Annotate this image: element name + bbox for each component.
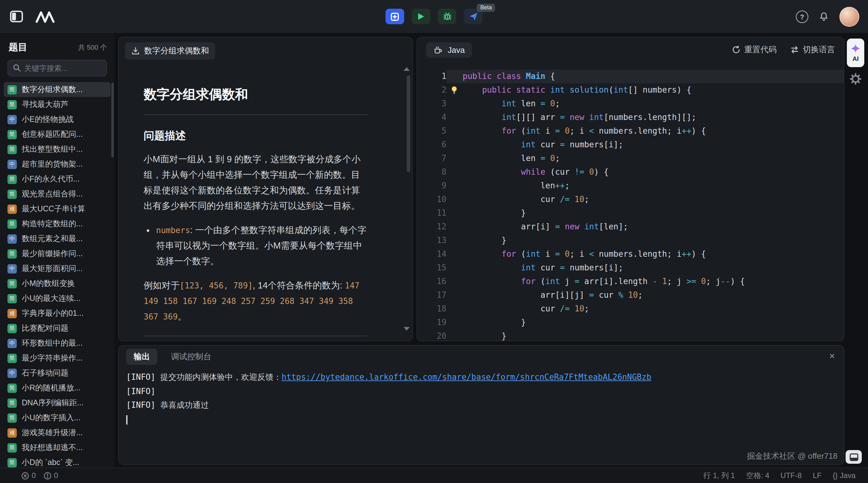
problem-list-item[interactable]: 简找出整型数组中... (4, 142, 111, 157)
problem-list-item[interactable]: 中最大矩形面积问... (4, 261, 111, 276)
warnings-indicator[interactable]: 0 (43, 471, 58, 480)
toggle-bottom-panel-button[interactable] (846, 450, 862, 464)
problem-list-item[interactable]: 简最少前缀操作问... (4, 246, 111, 261)
code-editor[interactable]: 1public class Main {2 public static int … (417, 66, 844, 341)
problem-list-item[interactable]: 中数组元素之和最... (4, 231, 111, 246)
problem-header-chip[interactable]: 数字分组求偶数和 (125, 42, 215, 60)
code-text: arr[i] = new int[len]; (463, 220, 628, 234)
scroll-down-arrow[interactable] (404, 327, 410, 331)
code-line[interactable]: 2 public static int solution(int[] numbe… (417, 83, 844, 97)
code-line[interactable]: 1public class Main { (417, 70, 844, 83)
language-chip[interactable]: Java (426, 42, 472, 58)
code-text: for (int i = 0; i < numbers.length; i++)… (463, 248, 706, 261)
tab-debug-console[interactable]: 调试控制台 (163, 349, 219, 365)
code-line[interactable]: 9 len++; (417, 179, 844, 193)
sidebar-scrollbar[interactable] (111, 83, 114, 157)
log-link[interactable]: https://bytedance.larkoffice.com/share/b… (282, 372, 652, 382)
code-line[interactable]: 6 int cur = numbers[i]; (417, 138, 844, 152)
status-segment[interactable]: UTF-8 (781, 471, 802, 480)
switch-language-button[interactable]: 切换语言 (790, 44, 835, 55)
problem-list-item[interactable]: 简我好想逃却逃不... (4, 440, 111, 455)
code-line[interactable]: 17 arr[i][j] = cur % 10; (417, 288, 844, 302)
lightbulb-icon[interactable] (450, 86, 458, 95)
code-line[interactable]: 11 } (417, 206, 844, 220)
code-line[interactable]: 4 int[][] arr = new int[numbers.length][… (417, 111, 844, 124)
debug-button[interactable] (438, 9, 456, 24)
problem-list-item[interactable]: 中石子移动问题 (4, 365, 111, 380)
difficulty-badge: 简 (7, 279, 17, 288)
divider (144, 115, 368, 115)
problem-list-item[interactable]: 难最大UCC子串计算 (4, 201, 111, 216)
ai-assistant-button[interactable]: AI (847, 38, 864, 67)
code-line[interactable]: 13 } (417, 234, 844, 248)
difficulty-badge: 简 (7, 144, 17, 154)
close-panel-button[interactable]: × (829, 350, 835, 362)
scroll-up-arrow[interactable] (404, 67, 410, 71)
problem-list-item[interactable]: 简观光景点组合得... (4, 187, 111, 201)
sidebar-toggle-button[interactable] (10, 10, 23, 22)
problem-list-item[interactable]: 简数字分组求偶数... (4, 82, 111, 97)
problem-list-item[interactable]: 简小U的数字插入... (4, 410, 111, 425)
problem-list-item[interactable]: 简DNA序列编辑距... (4, 395, 111, 410)
problem-scrollbar[interactable] (407, 75, 410, 172)
problem-list-item[interactable]: 难字典序最小的01... (4, 306, 111, 321)
search-input[interactable] (7, 60, 107, 76)
difficulty-badge: 简 (7, 219, 17, 228)
problem-list-item[interactable]: 中环形数组中的最... (4, 336, 111, 351)
help-button[interactable]: ? (796, 10, 808, 23)
problem-title-label: 小R的随机播放... (22, 383, 81, 393)
code-line[interactable]: 3 int len = 0; (417, 97, 844, 111)
user-avatar[interactable] (839, 6, 859, 26)
code-line[interactable]: 8 while (cur != 0) { (417, 165, 844, 179)
problem-list-item[interactable]: 简最少字符串操作... (4, 351, 111, 365)
gutter-space (446, 152, 463, 165)
difficulty-badge: 中 (7, 264, 17, 273)
code-line[interactable]: 10 cur /= 10; (417, 193, 844, 206)
code-line[interactable]: 20 } (417, 329, 844, 341)
problem-list-item[interactable]: 简小D的 `abc` 变... (4, 455, 111, 468)
problem-list-item[interactable]: 简小M的数组变换 (4, 276, 111, 291)
line-number: 19 (417, 316, 446, 329)
problem-title-label: 我好想逃却逃不... (22, 442, 83, 453)
plus-button[interactable] (385, 9, 404, 24)
settings-button[interactable] (849, 73, 862, 88)
problem-list-item[interactable]: 简构造特定数组的... (4, 216, 111, 231)
divider (144, 336, 368, 336)
problem-list-item[interactable]: 简小F的永久代币... (4, 171, 111, 187)
status-segment[interactable]: LF (813, 471, 822, 480)
problem-list-item[interactable]: 简寻找最大葫芦 (4, 97, 111, 112)
status-segment[interactable]: 空格: 4 (746, 470, 770, 481)
reset-code-button[interactable]: 重置代码 (732, 44, 777, 55)
problem-title: 数字分组求偶数和 (144, 86, 368, 103)
problem-list-item[interactable]: 简小R的随机播放... (4, 380, 111, 395)
code-line[interactable]: 16 for (int j = arr[i].length - 1; j >= … (417, 275, 844, 288)
app-logo[interactable] (34, 10, 57, 23)
code-line[interactable]: 15 int cur = numbers[i]; (417, 261, 844, 275)
code-line[interactable]: 7 len = 0; (417, 152, 844, 165)
code-line[interactable]: 12 arr[i] = new int[len]; (417, 220, 844, 234)
tab-output[interactable]: 输出 (126, 349, 157, 365)
status-segment[interactable]: 行 1, 列 1 (704, 470, 735, 481)
difficulty-badge: 简 (7, 324, 17, 333)
problem-list-item[interactable]: 中小E的怪物挑战 (4, 112, 111, 127)
submit-button[interactable]: Beta (464, 9, 483, 24)
code-line[interactable]: 5 for (int i = 0; i < numbers.length; i+… (417, 124, 844, 138)
errors-count: 0 (32, 471, 36, 480)
code-text: } (463, 234, 506, 248)
gutter-space (446, 206, 463, 220)
paper-plane-icon (468, 12, 478, 21)
code-text: } (463, 316, 526, 329)
problem-list-item[interactable]: 难游戏英雄升级潜... (4, 425, 111, 440)
code-line[interactable]: 14 for (int i = 0; i < numbers.length; i… (417, 248, 844, 261)
code-line[interactable]: 18 cur /= 10; (417, 302, 844, 316)
run-button[interactable] (412, 9, 430, 24)
warning-circle-icon (43, 472, 51, 480)
status-segment[interactable]: {} Java (833, 471, 856, 480)
notifications-button[interactable] (818, 11, 830, 22)
code-line[interactable]: 19 } (417, 316, 844, 329)
problem-list-item[interactable]: 中超市里的货物架... (4, 157, 111, 171)
errors-indicator[interactable]: 0 (21, 471, 36, 480)
problem-list-item[interactable]: 简创意标题匹配问... (4, 127, 111, 142)
problem-list-item[interactable]: 简比赛配对问题 (4, 321, 111, 336)
problem-list-item[interactable]: 简小U的最大连续... (4, 291, 111, 306)
